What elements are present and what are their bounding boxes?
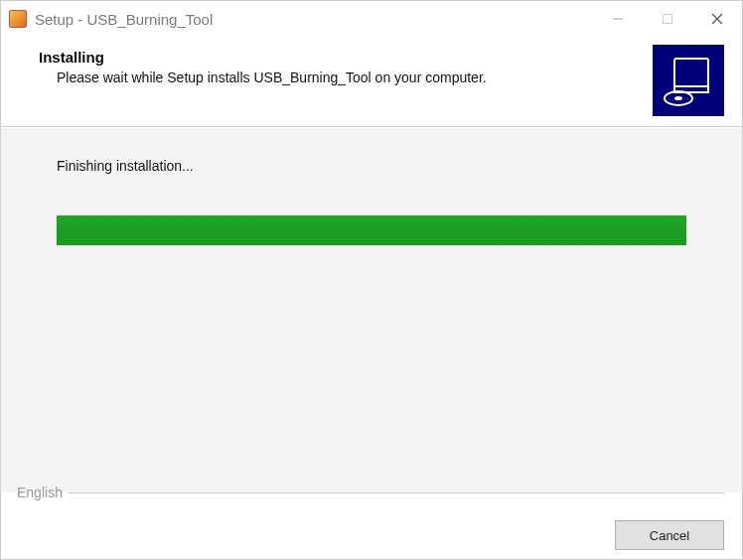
- svg-point-7: [674, 96, 682, 100]
- wizard-header: Installing Please wait while Setup insta…: [1, 37, 742, 127]
- cancel-button[interactable]: Cancel: [615, 520, 724, 550]
- progress-fill: [57, 215, 686, 245]
- window-controls: [593, 1, 742, 37]
- header-heading: Installing: [39, 49, 487, 66]
- computer-disc-icon: [653, 45, 724, 116]
- app-icon: [9, 10, 27, 28]
- close-icon[interactable]: [692, 1, 742, 37]
- progress-bar: [57, 215, 686, 245]
- minimize-icon[interactable]: [593, 1, 643, 37]
- header-subtext: Please wait while Setup installs USB_Bur…: [57, 70, 487, 85]
- svg-rect-4: [674, 59, 708, 86]
- language-label[interactable]: English: [17, 485, 63, 500]
- titlebar: Setup - USB_Burning_Tool: [1, 1, 742, 37]
- maximize-icon: [643, 1, 692, 37]
- svg-rect-1: [664, 15, 672, 24]
- footer: English Cancel: [1, 485, 742, 550]
- content-area: Finishing installation...: [1, 127, 742, 492]
- window-title: Setup - USB_Burning_Tool: [35, 11, 593, 28]
- status-text: Finishing installation...: [57, 158, 686, 174]
- divider-line: [69, 492, 724, 493]
